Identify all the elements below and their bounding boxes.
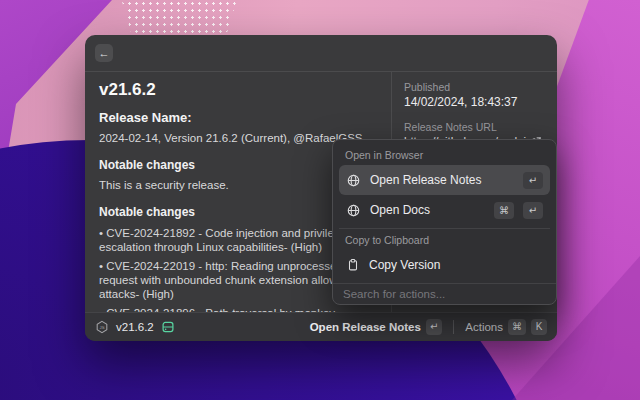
nodejs-icon: JS bbox=[95, 320, 109, 334]
actions-label: Actions bbox=[465, 321, 503, 333]
status-bar: JS v21.6.2 Open Release Notes ↵ Actions … bbox=[85, 312, 557, 341]
actions-popup-list: Open in Browser Open Release Notes ↵ Ope… bbox=[333, 140, 556, 283]
actions-popup: Open in Browser Open Release Notes ↵ Ope… bbox=[332, 139, 557, 305]
actions-search-input[interactable] bbox=[343, 288, 546, 300]
menu-item-open-release-notes[interactable]: Open Release Notes ↵ bbox=[339, 165, 550, 195]
actions-button[interactable]: Actions ⌘ K bbox=[465, 319, 547, 335]
menu-item-open-docs[interactable]: Open Docs ⌘ ↵ bbox=[339, 195, 550, 225]
footer-divider bbox=[453, 320, 454, 334]
release-notes-url-label: Release Notes URL bbox=[404, 121, 545, 134]
release-name-heading: Release Name: bbox=[99, 110, 377, 126]
return-key-badge: ↵ bbox=[426, 319, 442, 335]
menu-item-label: Copy Version bbox=[369, 258, 543, 272]
menu-item-label: Open Release Notes bbox=[370, 173, 514, 187]
installed-device-icon bbox=[161, 320, 175, 334]
status-version: v21.6.2 bbox=[116, 321, 154, 333]
back-button[interactable]: ← bbox=[95, 44, 113, 62]
k-key-badge: K bbox=[531, 319, 547, 335]
svg-text:JS: JS bbox=[99, 325, 104, 330]
cmd-key-badge: ⌘ bbox=[508, 319, 526, 335]
menu-item-label: Open Docs bbox=[370, 203, 485, 217]
primary-action-label: Open Release Notes bbox=[310, 321, 421, 333]
globe-icon bbox=[346, 173, 361, 188]
return-key-badge: ↵ bbox=[523, 202, 543, 219]
clipboard-icon bbox=[346, 258, 360, 272]
cmd-key-badge: ⌘ bbox=[494, 202, 514, 219]
window-header: ← bbox=[85, 35, 557, 72]
popup-search-bar bbox=[333, 283, 556, 304]
globe-icon bbox=[346, 203, 361, 218]
status-bar-right: Open Release Notes ↵ Actions ⌘ K bbox=[310, 319, 547, 335]
page-title: v21.6.2 bbox=[99, 80, 377, 100]
popup-section-copy-to-clipboard: Copy to Clipboard bbox=[339, 229, 550, 250]
status-bar-left: JS v21.6.2 bbox=[95, 320, 175, 334]
popup-section-open-in-browser: Open in Browser bbox=[339, 144, 550, 165]
menu-item-copy-version[interactable]: Copy Version bbox=[339, 250, 550, 280]
published-label: Published bbox=[404, 81, 545, 94]
published-value: 14/02/2024, 18:43:37 bbox=[404, 95, 545, 110]
return-key-badge: ↵ bbox=[523, 172, 543, 189]
open-release-notes-button[interactable]: Open Release Notes ↵ bbox=[310, 319, 443, 335]
